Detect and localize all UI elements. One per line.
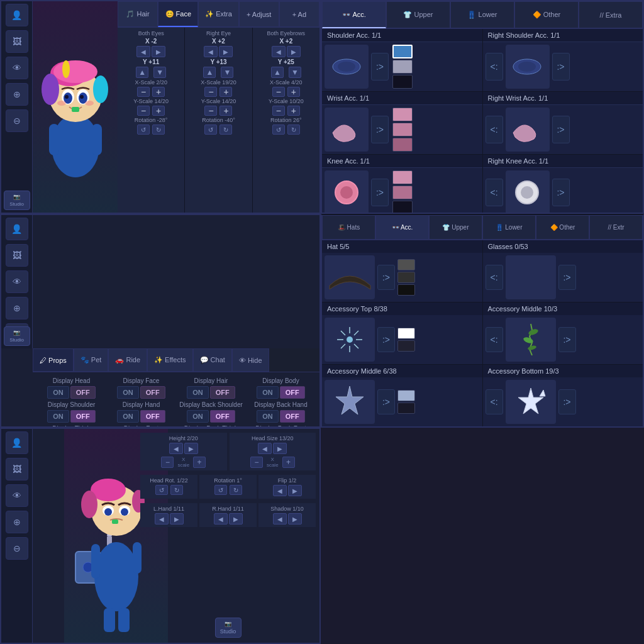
headsize-left[interactable]: ◀ — [258, 443, 272, 454]
both-eyes-xscale-plus[interactable]: + — [152, 87, 165, 97]
eyebrows-xscale-plus[interactable]: + — [287, 87, 300, 97]
right-eye-xscale-minus[interactable]: − — [204, 87, 217, 97]
tab-adjust[interactable]: + Adjust — [239, 1, 279, 27]
swatch-knee-pink[interactable] — [392, 170, 413, 184]
tab-upper2[interactable]: 👕 Upper — [429, 215, 482, 240]
eyebrows-yscale-minus[interactable]: − — [272, 106, 285, 116]
both-eyes-x-left[interactable]: ◀ — [136, 46, 150, 57]
height-right[interactable]: ▶ — [184, 443, 198, 454]
headsize-right[interactable]: ▶ — [273, 443, 287, 454]
hat-next[interactable]: :> — [377, 265, 395, 290]
right-eye-x-left[interactable]: ◀ — [204, 46, 218, 57]
glasses-prev[interactable]: <: — [486, 265, 503, 290]
display-hair-off[interactable]: OFF — [210, 386, 235, 399]
glasses-next[interactable]: :> — [558, 265, 576, 290]
hide-tab[interactable]: 👁 Hide — [232, 348, 269, 372]
tab-hats[interactable]: 🎩 Hats — [322, 215, 375, 240]
swatch-pink2[interactable] — [392, 123, 413, 136]
right-wrist-acc-prev[interactable]: <: — [486, 116, 503, 143]
acc-mid-bot-swatch-dark[interactable] — [397, 402, 415, 414]
ride-tab[interactable]: 🚗 Ride — [108, 348, 147, 372]
mid-person-icon[interactable]: 👤 — [6, 218, 28, 240]
tab-extra[interactable]: // Extra — [579, 1, 643, 28]
tab-extra[interactable]: ✨ Extra — [198, 1, 238, 27]
zoom-out-icon[interactable]: ⊖ — [6, 109, 28, 132]
props-tab[interactable]: 🖊 Props — [33, 348, 74, 372]
tab-other[interactable]: 🔶 Other — [514, 1, 579, 28]
bot-image-icon[interactable]: 🖼 — [6, 458, 28, 480]
rotation-ccw[interactable]: ↺ — [214, 485, 227, 495]
bot-person-icon[interactable]: 👤 — [6, 431, 28, 454]
swatch-knee-black[interactable] — [392, 201, 413, 213]
display-face-off[interactable]: OFF — [140, 386, 165, 399]
mid-zoom-in-icon[interactable]: ⊕ — [6, 297, 28, 319]
both-eyes-xscale-minus[interactable]: − — [137, 87, 150, 97]
display-hand-off[interactable]: OFF — [140, 410, 165, 423]
swatch-blue[interactable] — [392, 45, 413, 58]
hat-swatch-gray[interactable] — [397, 259, 415, 270]
right-shoulder-acc-prev[interactable]: <: — [486, 53, 503, 80]
tab-lower2[interactable]: 👖 Lower — [482, 215, 536, 240]
right-knee-acc-prev[interactable]: <: — [486, 179, 503, 206]
acc-mid-bot-next[interactable]: :> — [377, 389, 395, 414]
swatch-knee-dark[interactable] — [392, 186, 413, 199]
effects-tab[interactable]: ✨ Effects — [147, 348, 192, 372]
height-minus[interactable]: − — [161, 457, 174, 468]
hat-swatch-black[interactable] — [397, 284, 415, 296]
acc-top-swatch-dark[interactable] — [397, 340, 415, 352]
tab-other2[interactable]: 🔶 Other — [536, 215, 589, 240]
display-face-on[interactable]: ON — [117, 386, 139, 399]
headrot-ccw[interactable]: ↺ — [155, 485, 168, 495]
headsize-minus[interactable]: − — [250, 457, 263, 468]
both-eyes-y-down[interactable]: ▼ — [153, 67, 166, 78]
eyebrows-yscale-plus[interactable]: + — [287, 106, 300, 116]
display-shoulder-on[interactable]: ON — [47, 410, 69, 423]
both-eyes-rot-cw[interactable]: ↻ — [152, 125, 165, 135]
right-knee-acc-next[interactable]: :> — [552, 179, 570, 206]
acc-bot-next[interactable]: :> — [558, 389, 576, 414]
mid-image-icon[interactable]: 🖼 — [6, 244, 28, 267]
display-back-hand-off[interactable]: OFF — [280, 410, 305, 423]
studio-button[interactable]: 📷 Studio — [4, 191, 30, 210]
eyebrows-x-left[interactable]: ◀ — [272, 46, 286, 57]
right-eye-xscale-plus[interactable]: + — [219, 87, 232, 97]
height-plus[interactable]: + — [193, 457, 206, 468]
lhand-right[interactable]: ▶ — [170, 513, 184, 525]
bot-zoom-in-icon[interactable]: ⊕ — [6, 511, 28, 533]
both-eyes-x-right[interactable]: ▶ — [152, 46, 165, 57]
chat-tab[interactable]: 💬 Chat — [193, 348, 232, 372]
hat-swatch-dark[interactable] — [397, 272, 415, 283]
acc-mid-top-next[interactable]: :> — [558, 327, 576, 352]
flip-left[interactable]: ◀ — [273, 485, 287, 496]
eyebrows-x-right[interactable]: ▶ — [287, 46, 301, 57]
knee-acc-next[interactable]: :> — [371, 179, 389, 206]
bot-studio-btn[interactable]: 📷 Studio — [215, 618, 242, 638]
tab-face[interactable]: 😊 Face — [158, 1, 198, 27]
right-eye-rot-cw[interactable]: ↻ — [219, 125, 232, 135]
eyebrows-xscale-minus[interactable]: − — [272, 87, 285, 97]
right-shoulder-acc-next[interactable]: :> — [552, 53, 570, 80]
shoulder-acc-next[interactable]: :> — [371, 53, 389, 80]
tab-acc2[interactable]: 👓 Acc. — [375, 215, 429, 240]
zoom-in-icon[interactable]: ⊕ — [6, 83, 28, 106]
swatch-pink1[interactable] — [392, 108, 413, 121]
right-eye-rot-ccw[interactable]: ↺ — [204, 125, 217, 135]
mid-studio-button[interactable]: 📷 Studio — [4, 326, 30, 346]
flip-right[interactable]: ▶ — [288, 485, 302, 496]
headsize-plus[interactable]: + — [282, 457, 295, 468]
bot-zoom-out-icon[interactable]: ⊖ — [6, 537, 28, 560]
image-icon[interactable]: 🖼 — [6, 30, 28, 53]
display-hair-on[interactable]: ON — [187, 386, 209, 399]
acc-mid-bot-swatch[interactable] — [397, 390, 415, 401]
swatch-black[interactable] — [392, 75, 413, 89]
headrot-cw[interactable]: ↻ — [170, 485, 183, 495]
both-eyes-rot-ccw[interactable]: ↺ — [137, 125, 150, 135]
mid-eye-icon[interactable]: 👁 — [6, 270, 28, 293]
display-back-shoulder-on[interactable]: ON — [187, 410, 209, 423]
tab-extra2[interactable]: // Extr — [589, 215, 643, 240]
swatch-gray[interactable] — [392, 60, 413, 74]
display-back-hand-on[interactable]: ON — [257, 410, 279, 423]
height-left[interactable]: ◀ — [169, 443, 183, 454]
tab-acc[interactable]: 👓 Acc. — [322, 1, 386, 28]
display-body-off[interactable]: OFF — [280, 386, 305, 399]
